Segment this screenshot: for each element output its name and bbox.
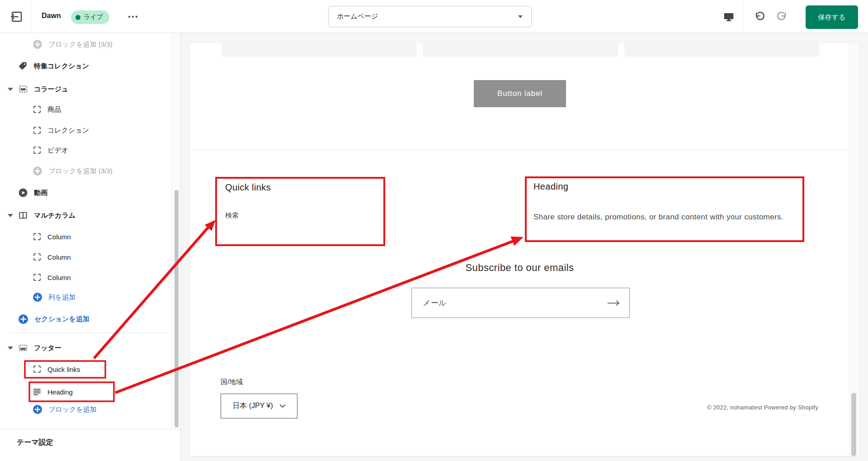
- price-tag-icon: [18, 61, 28, 71]
- chevron-down-icon: [279, 404, 286, 408]
- multicolumn-placeholder: [222, 43, 416, 57]
- country-region-selector[interactable]: 日本 (JPY ¥): [221, 394, 297, 418]
- preview-button-label[interactable]: Button label: [474, 80, 566, 107]
- sections-sidebar: ブロックを追加 (3/3) 特集コレクション コラージュ 商品 コレクション ビ…: [0, 33, 181, 461]
- exit-icon: [10, 10, 24, 24]
- email-placeholder: メール: [423, 298, 447, 308]
- sidebar-add-block-disabled: ブロックを追加 (3/3): [0, 37, 171, 52]
- live-badge-label: ライブ: [84, 13, 103, 21]
- undo-button[interactable]: [751, 8, 768, 25]
- footer-quick-links-title: Quick links: [225, 182, 271, 193]
- block-corners-icon: [33, 252, 42, 261]
- collapse-caret-icon[interactable]: [8, 347, 13, 350]
- sidebar-scrollbar-thumb[interactable]: [175, 190, 179, 428]
- plus-circle-icon: [33, 404, 42, 414]
- sidebar-add-block-disabled: ブロックを追加 (3/3): [0, 163, 171, 179]
- newsletter-heading: Subscribe to our emails: [190, 262, 849, 274]
- sidebar-block-collection[interactable]: コレクション: [0, 123, 171, 138]
- plus-circle-icon: [33, 292, 42, 302]
- plus-circle-icon: [18, 314, 28, 324]
- preview-scrollbar-thumb[interactable]: [851, 393, 856, 456]
- multicolumn-placeholder: [624, 43, 819, 57]
- block-corners-icon: [33, 126, 42, 135]
- save-button[interactable]: 保存する: [806, 5, 858, 29]
- footer-section-icon: [18, 343, 28, 353]
- topbar: Dawn ライブ ホームページ: [0, 0, 868, 33]
- theme-name: Dawn: [42, 12, 61, 20]
- page-selector-value: ホームページ: [337, 12, 378, 21]
- sidebar-section-footer[interactable]: フッター: [0, 340, 171, 356]
- collapse-caret-icon[interactable]: [8, 214, 13, 217]
- sidebar-block-quick-links[interactable]: Quick links: [0, 361, 171, 377]
- more-actions-button[interactable]: [125, 10, 141, 24]
- block-corners-icon: [33, 105, 42, 114]
- sidebar-add-column[interactable]: 列を追加: [0, 290, 171, 305]
- sidebar-add-section[interactable]: セクションを追加: [0, 311, 171, 327]
- copyright-text: © 2022, nohamatest Powered by Shopify: [707, 404, 818, 411]
- sidebar-add-block[interactable]: ブロックを追加: [0, 402, 171, 417]
- collage-section-icon: [18, 84, 28, 94]
- footer-top-border: [190, 149, 859, 150]
- theme-settings-button[interactable]: テーマ設定: [17, 438, 53, 447]
- page-selector-dropdown[interactable]: ホームページ: [328, 6, 532, 27]
- store-preview-page: Button label Quick links 検索 Heading Shar…: [190, 43, 859, 456]
- sidebar-section-collage[interactable]: コラージュ: [0, 81, 171, 97]
- redo-button[interactable]: [773, 8, 790, 25]
- block-corners-icon: [33, 365, 42, 374]
- live-dot-icon: [75, 15, 80, 20]
- topbar-divider: [743, 0, 743, 33]
- footer-heading-body: Share store details, promotions, or bran…: [533, 209, 799, 225]
- block-corners-icon: [33, 232, 42, 241]
- collapse-caret-icon[interactable]: [8, 88, 13, 91]
- sidebar-divider: [10, 333, 171, 333]
- device-preview-button[interactable]: [720, 8, 737, 25]
- sidebar-block-column[interactable]: Column: [0, 270, 171, 285]
- block-corners-icon: [33, 273, 42, 282]
- sidebar-block-column[interactable]: Column: [0, 229, 171, 244]
- exit-editor-button[interactable]: [8, 8, 25, 25]
- block-corners-icon: [33, 146, 42, 155]
- sidebar-section-multicolumn[interactable]: マルチカラム: [0, 208, 171, 223]
- sidebar-block-video[interactable]: ビデオ: [0, 143, 171, 158]
- plus-circle-icon: [33, 39, 42, 49]
- chevron-down-icon: [518, 15, 523, 19]
- play-circle-icon: [18, 188, 28, 198]
- sidebar-block-heading[interactable]: Heading: [0, 384, 171, 399]
- live-status-badge: ライブ: [71, 10, 109, 24]
- sidebar-section-video[interactable]: 動画: [0, 185, 171, 200]
- heading-lines-icon: [33, 387, 42, 396]
- sidebar-section-featured-collection[interactable]: 特集コレクション: [0, 58, 171, 74]
- undo-icon: [754, 11, 766, 23]
- monitor-icon: [723, 11, 735, 23]
- theme-preview-area: Button label Quick links 検索 Heading Shar…: [181, 33, 868, 461]
- multicolumn-section-icon: [18, 210, 28, 220]
- sidebar-footer-area: テーマ設定: [0, 429, 180, 461]
- plus-circle-icon: [33, 166, 42, 176]
- ellipsis-icon: [127, 15, 138, 19]
- topbar-divider: [30, 0, 31, 33]
- footer-search-link[interactable]: 検索: [225, 211, 239, 220]
- submit-arrow-icon[interactable]: [607, 300, 620, 306]
- newsletter-email-input[interactable]: メール: [411, 288, 630, 318]
- footer-heading-title: Heading: [533, 181, 568, 192]
- sidebar-block-product[interactable]: 商品: [0, 102, 171, 117]
- country-region-label: 国/地域: [221, 378, 243, 386]
- multicolumn-placeholder: [423, 43, 618, 57]
- redo-icon: [776, 11, 788, 23]
- country-region-value: 日本 (JPY ¥): [232, 401, 273, 411]
- sidebar-block-column[interactable]: Column: [0, 249, 171, 265]
